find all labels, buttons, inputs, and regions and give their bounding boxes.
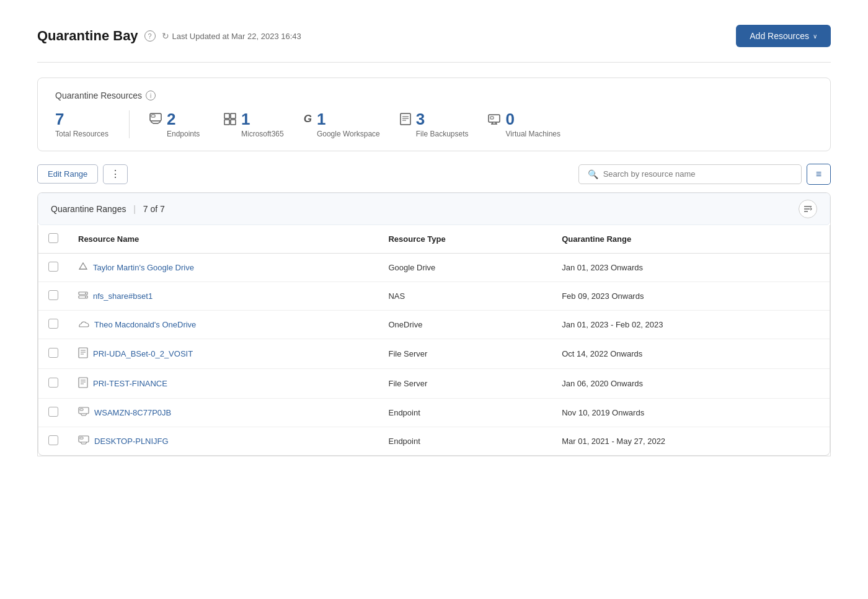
svg-line-2 xyxy=(151,122,153,123)
row-checkbox-col xyxy=(38,282,68,310)
row-checkbox[interactable] xyxy=(48,348,58,358)
row-checkbox-col xyxy=(38,253,68,282)
svg-rect-7 xyxy=(224,120,229,125)
onedrive-icon xyxy=(78,319,89,330)
row-resource-type: Google Drive xyxy=(378,253,552,282)
table-row: nfs_share#bset1 NAS Feb 09, 2023 Onwards xyxy=(38,282,830,310)
chevron-down-icon: ∨ xyxy=(813,33,817,40)
last-updated: ↻ Last Updated at Mar 22, 2023 16:43 xyxy=(162,31,301,41)
stat-google-workspace: G 1 Google Workspace xyxy=(304,110,400,138)
filter-button[interactable]: ≡ xyxy=(807,164,831,185)
stats-card: Quarantine Resources i 7 Total Resources xyxy=(37,78,831,151)
row-quarantine-range: Nov 10, 2019 Onwards xyxy=(552,398,830,427)
stats-card-title: Quarantine Resources i xyxy=(55,91,813,100)
resource-name-link[interactable]: DESKTOP-PLNIJFG xyxy=(78,435,368,447)
ranges-bar-wrapper: Quarantine Ranges | 7 of 7 xyxy=(37,192,831,456)
col-resource-name: Resource Name xyxy=(68,225,378,254)
row-quarantine-range: Jan 01, 2023 Onwards xyxy=(552,253,830,282)
google-icon: G xyxy=(304,113,312,125)
edit-range-button[interactable]: Edit Range xyxy=(37,164,98,184)
row-resource-name: PRI-UDA_BSet-0_2_VOSIT xyxy=(68,339,378,368)
row-resource-type: Endpoint xyxy=(378,398,552,427)
row-resource-name: DESKTOP-PLNIJFG xyxy=(68,427,378,455)
row-checkbox[interactable] xyxy=(48,262,58,272)
row-quarantine-range: Jan 06, 2020 Onwards xyxy=(552,368,830,398)
header-divider xyxy=(37,62,831,63)
row-quarantine-range: Jan 01, 2023 - Feb 02, 2023 xyxy=(552,310,830,339)
ranges-label: Quarantine Ranges | 7 of 7 xyxy=(51,204,165,214)
header-left: Quarantine Bay ? ↻ Last Updated at Mar 2… xyxy=(37,28,301,44)
toolbar-left: Edit Range ⋮ xyxy=(37,164,128,184)
table-row: Theo Macdonald's OneDrive OneDrive Jan 0… xyxy=(38,310,830,339)
row-checkbox[interactable] xyxy=(48,290,58,300)
svg-rect-26 xyxy=(79,348,87,358)
row-checkbox[interactable] xyxy=(48,319,58,329)
row-checkbox-col xyxy=(38,398,68,427)
row-checkbox[interactable] xyxy=(48,378,58,388)
row-checkbox-col xyxy=(38,427,68,455)
stat-microsoft365: 1 Microsoft365 xyxy=(224,110,304,138)
sort-button[interactable] xyxy=(799,200,817,218)
svg-rect-30 xyxy=(79,378,87,388)
resource-name-link[interactable]: Theo Macdonald's OneDrive xyxy=(78,319,368,330)
row-resource-name: Theo Macdonald's OneDrive xyxy=(68,310,378,339)
svg-rect-40 xyxy=(80,437,83,439)
table-row: PRI-TEST-FINANCE File Server Jan 06, 202… xyxy=(38,368,830,398)
stats-row: 7 Total Resources xyxy=(55,110,813,138)
row-quarantine-range: Feb 09, 2023 Onwards xyxy=(552,282,830,310)
svg-rect-35 xyxy=(80,409,83,410)
select-all-col xyxy=(38,225,68,254)
fileserver-icon xyxy=(400,113,411,128)
fileserver-icon xyxy=(78,347,88,360)
row-checkbox[interactable] xyxy=(48,435,58,445)
toolbar-right: 🔍 ≡ xyxy=(578,164,831,185)
svg-rect-5 xyxy=(224,113,229,118)
row-resource-name: PRI-TEST-FINANCE xyxy=(68,368,378,398)
stat-endpoints: 2 Endpoints xyxy=(149,110,224,138)
row-resource-type: Endpoint xyxy=(378,427,552,455)
row-resource-name: nfs_share#bset1 xyxy=(68,282,378,310)
endpoint-icon xyxy=(149,113,162,127)
table-row: WSAMZN-8C77P0JB Endpoint Nov 10, 2019 On… xyxy=(38,398,830,427)
resource-name-link[interactable]: Taylor Martin's Google Drive xyxy=(78,262,368,273)
drive-icon xyxy=(78,262,88,273)
col-quarantine-range: Quarantine Range xyxy=(552,225,830,254)
microsoft365-icon xyxy=(224,113,236,128)
svg-point-25 xyxy=(85,296,86,298)
resource-name-link[interactable]: PRI-UDA_BSet-0_2_VOSIT xyxy=(78,347,368,360)
row-resource-type: File Server xyxy=(378,368,552,398)
stats-info-icon[interactable]: i xyxy=(146,91,156,100)
row-resource-type: OneDrive xyxy=(378,310,552,339)
select-all-checkbox[interactable] xyxy=(48,233,58,243)
svg-rect-14 xyxy=(490,117,494,119)
resource-table: Resource Name Resource Type Quarantine R… xyxy=(38,225,830,455)
nas-icon xyxy=(78,290,88,302)
row-resource-type: File Server xyxy=(378,339,552,368)
search-input[interactable] xyxy=(603,169,792,179)
help-icon[interactable]: ? xyxy=(144,30,156,42)
resource-name-link[interactable]: WSAMZN-8C77P0JB xyxy=(78,407,368,419)
search-icon: 🔍 xyxy=(588,169,598,179)
row-checkbox-col xyxy=(38,310,68,339)
refresh-icon[interactable]: ↻ xyxy=(162,31,169,41)
row-resource-name: Taylor Martin's Google Drive xyxy=(68,253,378,282)
add-resources-button[interactable]: Add Resources ∨ xyxy=(736,25,831,47)
more-options-button[interactable]: ⋮ xyxy=(103,164,128,184)
row-quarantine-range: Mar 01, 2021 - May 27, 2022 xyxy=(552,427,830,455)
svg-rect-6 xyxy=(231,113,236,118)
row-resource-name: WSAMZN-8C77P0JB xyxy=(68,398,378,427)
page-title: Quarantine Bay xyxy=(37,28,138,44)
row-checkbox-col xyxy=(38,339,68,368)
stat-file-backupsets: 3 File Backupsets xyxy=(400,110,489,138)
row-checkbox-col xyxy=(38,368,68,398)
toolbar: Edit Range ⋮ 🔍 ≡ xyxy=(37,164,831,192)
table-row: DESKTOP-PLNIJFG Endpoint Mar 01, 2021 - … xyxy=(38,427,830,455)
svg-marker-21 xyxy=(79,263,87,269)
row-checkbox[interactable] xyxy=(48,407,58,417)
ranges-bar: Quarantine Ranges | 7 of 7 xyxy=(38,193,830,225)
stat-total-resources: 7 Total Resources xyxy=(55,110,130,138)
resource-name-link[interactable]: nfs_share#bset1 xyxy=(78,290,368,302)
row-quarantine-range: Oct 14, 2022 Onwards xyxy=(552,339,830,368)
col-resource-type: Resource Type xyxy=(378,225,552,254)
resource-name-link[interactable]: PRI-TEST-FINANCE xyxy=(78,377,368,390)
